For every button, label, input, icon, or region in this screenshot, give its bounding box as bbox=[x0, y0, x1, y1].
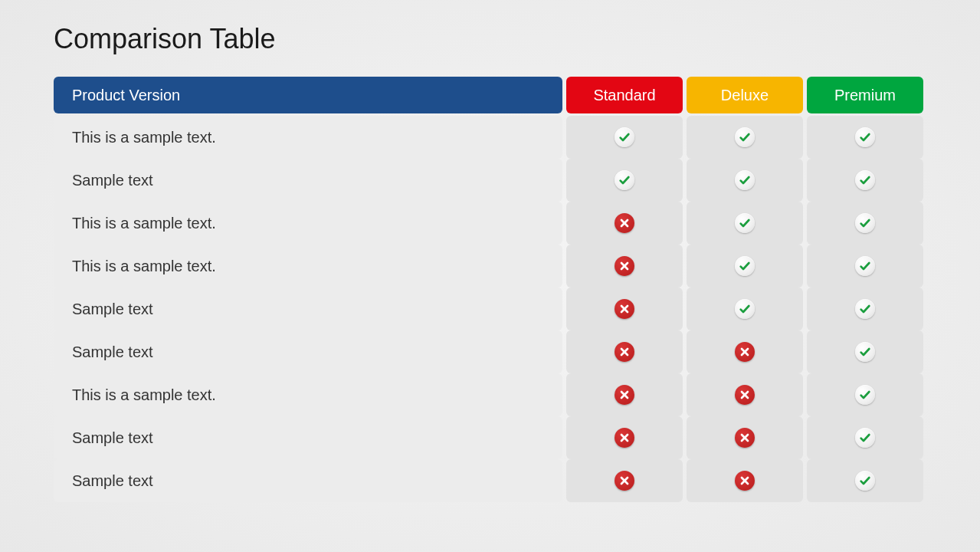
value-cell-standard bbox=[566, 373, 683, 416]
value-cell-deluxe bbox=[687, 202, 803, 245]
cross-icon bbox=[735, 471, 755, 491]
value-cell-premium bbox=[807, 159, 923, 202]
feature-label: Sample text bbox=[54, 288, 562, 330]
value-cell-premium bbox=[807, 330, 923, 373]
header-col-standard: Standard bbox=[566, 77, 683, 113]
cross-icon bbox=[735, 428, 755, 448]
value-cell-deluxe bbox=[687, 416, 803, 459]
table-row: Sample text bbox=[54, 159, 926, 202]
value-cell-deluxe bbox=[687, 459, 803, 502]
value-cell-deluxe bbox=[687, 116, 803, 159]
feature-label: This is a sample text. bbox=[54, 116, 562, 159]
cross-icon bbox=[615, 471, 634, 491]
cross-icon bbox=[735, 385, 755, 405]
cross-icon bbox=[615, 213, 634, 233]
check-icon bbox=[735, 170, 755, 190]
table-row: Sample text bbox=[54, 416, 926, 459]
value-cell-deluxe bbox=[687, 288, 803, 330]
feature-label: Sample text bbox=[54, 330, 562, 373]
table-row: This is a sample text. bbox=[54, 245, 926, 288]
cross-icon bbox=[735, 342, 755, 362]
table-row: Sample text bbox=[54, 288, 926, 330]
table-row: This is a sample text. bbox=[54, 116, 926, 159]
value-cell-premium bbox=[807, 373, 923, 416]
header-col-deluxe: Deluxe bbox=[687, 77, 803, 113]
value-cell-deluxe bbox=[687, 330, 803, 373]
cross-icon bbox=[615, 299, 634, 319]
value-cell-standard bbox=[566, 159, 683, 202]
value-cell-standard bbox=[566, 459, 683, 502]
check-icon bbox=[615, 170, 634, 190]
check-icon bbox=[735, 213, 755, 233]
check-icon bbox=[855, 342, 875, 362]
feature-label: This is a sample text. bbox=[54, 202, 562, 245]
value-cell-deluxe bbox=[687, 373, 803, 416]
table-row: Sample text bbox=[54, 459, 926, 502]
feature-label: Sample text bbox=[54, 416, 562, 459]
feature-label: This is a sample text. bbox=[54, 245, 562, 288]
value-cell-premium bbox=[807, 288, 923, 330]
check-icon bbox=[855, 170, 875, 190]
check-icon bbox=[855, 299, 875, 319]
cross-icon bbox=[615, 256, 634, 276]
feature-label: This is a sample text. bbox=[54, 373, 562, 416]
check-icon bbox=[735, 127, 755, 147]
value-cell-premium bbox=[807, 459, 923, 502]
value-cell-premium bbox=[807, 116, 923, 159]
value-cell-standard bbox=[566, 330, 683, 373]
cross-icon bbox=[615, 342, 634, 362]
header-col-premium: Premium bbox=[807, 77, 923, 113]
feature-label: Sample text bbox=[54, 459, 562, 502]
value-cell-standard bbox=[566, 288, 683, 330]
value-cell-deluxe bbox=[687, 245, 803, 288]
check-icon bbox=[855, 256, 875, 276]
feature-label: Sample text bbox=[54, 159, 562, 202]
cross-icon bbox=[615, 385, 634, 405]
check-icon bbox=[735, 299, 755, 319]
comparison-table: Product Version Standard Deluxe Premium … bbox=[54, 77, 926, 502]
table-row: This is a sample text. bbox=[54, 202, 926, 245]
header-feature: Product Version bbox=[54, 77, 562, 113]
check-icon bbox=[735, 256, 755, 276]
check-icon bbox=[855, 471, 875, 491]
value-cell-deluxe bbox=[687, 159, 803, 202]
value-cell-standard bbox=[566, 245, 683, 288]
cross-icon bbox=[615, 428, 634, 448]
table-row: This is a sample text. bbox=[54, 373, 926, 416]
value-cell-premium bbox=[807, 202, 923, 245]
table-row: Sample text bbox=[54, 330, 926, 373]
value-cell-standard bbox=[566, 202, 683, 245]
check-icon bbox=[855, 127, 875, 147]
table-header-row: Product Version Standard Deluxe Premium bbox=[54, 77, 926, 113]
check-icon bbox=[855, 428, 875, 448]
check-icon bbox=[855, 385, 875, 405]
value-cell-standard bbox=[566, 416, 683, 459]
value-cell-premium bbox=[807, 245, 923, 288]
value-cell-premium bbox=[807, 416, 923, 459]
check-icon bbox=[615, 127, 634, 147]
check-icon bbox=[855, 213, 875, 233]
value-cell-standard bbox=[566, 116, 683, 159]
page-title: Comparison Table bbox=[54, 23, 926, 55]
